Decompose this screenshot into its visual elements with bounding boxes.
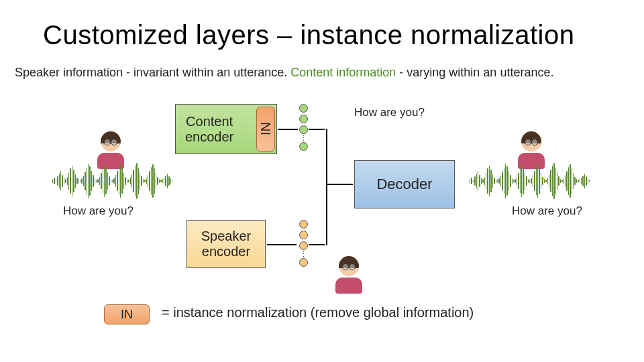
legend-text: = instance normalization (remove global … (162, 305, 474, 320)
arrow (267, 244, 297, 245)
annotation-top: How are you? (354, 106, 425, 119)
annotation-left: How are you? (63, 204, 133, 218)
subtitle-highlight: Content information (290, 66, 396, 79)
waveform-icon (52, 161, 173, 201)
slide-title: Customized layers – instance normalizati… (43, 20, 574, 50)
arrow (278, 129, 298, 130)
waveform-icon (470, 161, 590, 201)
arrow (309, 244, 325, 245)
speaker-vector-icon: ⋮ (299, 220, 308, 267)
speaker-encoder-block: Speaker encoder (186, 220, 266, 268)
content-vector-icon: ⋮ (299, 104, 308, 151)
in-pill-legend: IN (104, 304, 150, 324)
in-pill-vertical: IN (256, 107, 275, 152)
arrow (326, 129, 327, 245)
subtitle-part1: Speaker information - invariant within a… (15, 66, 290, 79)
subtitle-part2: - varying within an utterance. (396, 66, 553, 79)
slide-subtitle: Speaker information - invariant within a… (15, 66, 553, 80)
slide: Customized layers – instance normalizati… (0, 0, 644, 362)
annotation-right: How are you? (512, 204, 582, 218)
arrow (309, 129, 325, 130)
speaker-avatar-icon (334, 256, 364, 296)
decoder-block: Decoder (354, 160, 455, 208)
arrow (326, 184, 353, 185)
